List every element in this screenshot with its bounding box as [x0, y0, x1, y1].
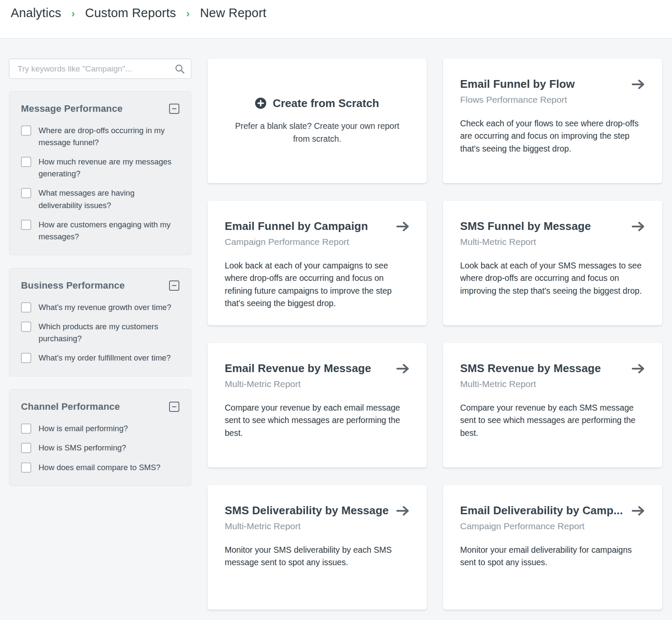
filter-item: How are customers engaging with my messa…	[21, 219, 180, 243]
search-box	[9, 59, 191, 79]
checkbox-revenue-growth[interactable]	[21, 302, 31, 313]
filter-item: What's my revenue growth over time?	[21, 301, 180, 313]
card-title: Email Funnel by Campaign	[225, 220, 368, 233]
section-title: Channel Performance	[21, 401, 120, 412]
filter-label: How is SMS performing?	[39, 442, 126, 454]
checkbox-message-revenue[interactable]	[21, 157, 31, 167]
content-area: Message Performance Where are drop-offs …	[0, 39, 672, 620]
filter-item: How much revenue are my messages generat…	[21, 156, 180, 180]
card-title: SMS Revenue by Message	[460, 362, 601, 375]
card-email-deliverability-by-campaign[interactable]: Email Deliverability by Camp... Campaign…	[443, 485, 662, 610]
checkbox-email-performing[interactable]	[21, 423, 31, 434]
page-header: Analytics › Custom Reports › New Report	[0, 0, 672, 39]
card-description: Look back at each of your campaigns to s…	[225, 259, 410, 310]
arrow-right-icon	[396, 505, 410, 516]
filters-sidebar: Message Performance Where are drop-offs …	[9, 59, 191, 499]
checkbox-message-engagement[interactable]	[21, 220, 31, 230]
create-title-row: Create from Scratch	[255, 97, 379, 110]
arrow-right-icon	[631, 505, 645, 516]
card-subtitle: Multi-Metric Report	[460, 237, 645, 247]
breadcrumb-analytics[interactable]: Analytics	[11, 6, 61, 20]
card-description: Monitor your SMS deliverability by each …	[225, 544, 410, 569]
filter-label: How is email performing?	[39, 423, 128, 435]
card-subtitle: Multi-Metric Report	[460, 379, 645, 389]
card-title: Email Revenue by Message	[225, 362, 371, 375]
card-title: SMS Deliverability by Message	[225, 504, 389, 517]
arrow-right-icon	[396, 221, 410, 232]
card-subtitle: Campaign Performance Report	[225, 237, 410, 247]
arrow-right-icon	[396, 363, 410, 374]
plus-circle-icon	[255, 98, 266, 109]
card-subtitle: Campaign Performance Report	[460, 521, 645, 531]
card-description: Prefer a blank slate? Create your own re…	[229, 119, 405, 145]
arrow-right-icon	[631, 363, 645, 374]
card-sms-deliverability-by-message[interactable]: SMS Deliverability by Message Multi-Metr…	[208, 485, 427, 610]
checkbox-message-deliverability[interactable]	[21, 188, 31, 198]
collapse-minus-icon[interactable]	[169, 280, 180, 291]
card-subtitle: Multi-Metric Report	[225, 379, 410, 389]
card-email-funnel-by-campaign[interactable]: Email Funnel by Campaign Campaign Perfor…	[208, 201, 427, 325]
card-title: Create from Scratch	[273, 97, 379, 110]
breadcrumb-custom-reports[interactable]: Custom Reports	[85, 6, 176, 20]
checkbox-products-purchasing[interactable]	[21, 322, 31, 332]
checkbox-sms-performing[interactable]	[21, 443, 31, 453]
collapse-minus-icon[interactable]	[169, 103, 180, 114]
card-subtitle: Flows Performance Report	[460, 95, 645, 105]
card-subtitle: Multi-Metric Report	[225, 521, 410, 531]
section-header: Channel Performance	[21, 401, 180, 412]
search-input[interactable]	[9, 59, 191, 79]
filter-item: Which products are my customers purchasi…	[21, 321, 180, 345]
report-cards-grid: Create from Scratch Prefer a blank slate…	[208, 59, 662, 610]
collapse-minus-icon[interactable]	[169, 401, 180, 412]
filter-label: What's my revenue growth over time?	[39, 301, 171, 313]
filter-label: Which products are my customers purchasi…	[39, 321, 180, 345]
card-description: Look back at each of your SMS messages t…	[460, 259, 645, 297]
checkbox-order-fulfillment[interactable]	[21, 353, 31, 363]
card-title: SMS Funnel by Message	[460, 220, 591, 233]
arrow-right-icon	[631, 221, 645, 232]
filter-label: How much revenue are my messages generat…	[39, 156, 180, 180]
card-description: Compare your revenue by each SMS message…	[460, 402, 645, 439]
card-title: Email Deliverability by Camp...	[460, 504, 623, 517]
section-business-performance: Business Performance What's my revenue g…	[9, 268, 191, 376]
breadcrumb-new-report: New Report	[200, 6, 266, 20]
section-header: Message Performance	[21, 103, 180, 114]
card-sms-funnel-by-message[interactable]: SMS Funnel by Message Multi-Metric Repor…	[443, 201, 662, 325]
filter-label: What messages are having deliverability …	[39, 187, 180, 211]
section-channel-performance: Channel Performance How is email perform…	[9, 389, 191, 486]
chevron-right-icon: ›	[71, 9, 75, 19]
checkbox-message-dropoffs[interactable]	[21, 125, 31, 136]
section-header: Business Performance	[21, 280, 180, 291]
filter-item: How is SMS performing?	[21, 442, 180, 454]
card-title: Email Funnel by Flow	[460, 78, 575, 91]
chevron-right-icon: ›	[186, 9, 190, 19]
section-title: Message Performance	[21, 103, 122, 114]
breadcrumb: Analytics › Custom Reports › New Report	[0, 0, 672, 20]
filter-item: What's my order fulfillment over time?	[21, 352, 180, 364]
card-email-revenue-by-message[interactable]: Email Revenue by Message Multi-Metric Re…	[208, 343, 427, 468]
card-sms-revenue-by-message[interactable]: SMS Revenue by Message Multi-Metric Repo…	[443, 343, 662, 468]
filter-label: What's my order fulfillment over time?	[39, 352, 171, 364]
filter-item: How does email compare to SMS?	[21, 462, 180, 474]
card-email-funnel-by-flow[interactable]: Email Funnel by Flow Flows Performance R…	[443, 59, 662, 183]
section-title: Business Performance	[21, 280, 125, 291]
card-description: Compare your revenue by each email messa…	[225, 402, 410, 439]
section-message-performance: Message Performance Where are drop-offs …	[9, 91, 191, 255]
checkbox-email-vs-sms[interactable]	[21, 462, 31, 473]
filter-item: What messages are having deliverability …	[21, 187, 180, 211]
card-description: Monitor your email deliverability for ca…	[460, 544, 645, 569]
filter-label: How does email compare to SMS?	[39, 462, 161, 474]
filter-label: How are customers engaging with my messa…	[39, 219, 180, 243]
card-description: Check each of your flows to see where dr…	[460, 117, 645, 155]
filter-item: Where are drop-offs occurring in my mess…	[21, 125, 180, 149]
filter-label: Where are drop-offs occurring in my mess…	[39, 125, 180, 149]
filter-item: How is email performing?	[21, 423, 180, 435]
arrow-right-icon	[631, 79, 645, 90]
card-create-from-scratch[interactable]: Create from Scratch Prefer a blank slate…	[208, 59, 427, 183]
search-icon[interactable]	[175, 64, 185, 74]
